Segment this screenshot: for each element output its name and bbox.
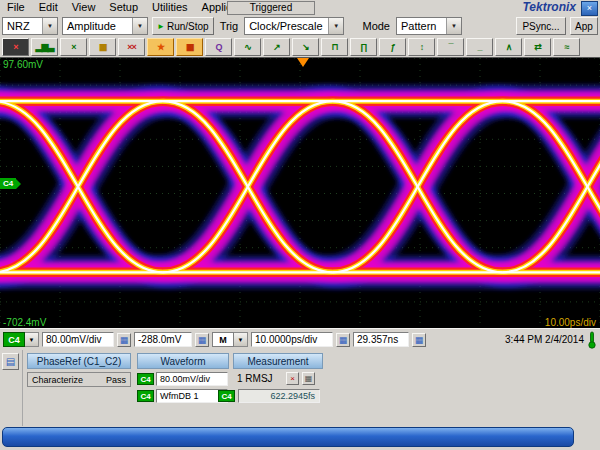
- app-label: App: [575, 21, 593, 32]
- sine-wave-icon[interactable]: ∿: [234, 38, 261, 56]
- waveform-row[interactable]: C480.00mV/div: [137, 372, 228, 386]
- menu-bar: FileEditViewSetupUtilitiesApplicationsHe…: [0, 0, 600, 15]
- high-level-icon[interactable]: ¯: [437, 38, 464, 56]
- trigger-source-select[interactable]: Clock/Prescale ▼: [244, 17, 344, 35]
- measurement-name: 1 RMSJ: [237, 373, 283, 384]
- chevron-down-icon: ▼: [42, 18, 57, 34]
- menu-utilities[interactable]: Utilities: [145, 1, 194, 13]
- amplitude-icon[interactable]: ↕: [408, 38, 435, 56]
- color-grade-icon[interactable]: ▦: [176, 38, 203, 56]
- waveform-row-value[interactable]: 80.00mV/div: [156, 372, 228, 386]
- low-level-icon[interactable]: _: [466, 38, 493, 56]
- menu-file[interactable]: File: [0, 1, 32, 13]
- trigger-status: Triggered: [227, 1, 315, 15]
- color-grade-icon: ▦: [186, 43, 194, 52]
- waveform-database-icon[interactable]: ▦: [89, 38, 116, 56]
- channel-reference-marker[interactable]: C4: [0, 178, 21, 189]
- vertical-scale-field[interactable]: 80.00mV/div: [42, 332, 114, 347]
- eye-mask-icon: ×: [13, 43, 17, 52]
- menu-setup[interactable]: Setup: [102, 1, 145, 13]
- sine-wave-icon: ∿: [244, 43, 251, 52]
- amplitude-icon: ↕: [420, 43, 424, 52]
- eye-diagram: [0, 58, 600, 329]
- eye-mask-icon[interactable]: ×: [2, 38, 29, 56]
- measurement-header[interactable]: Measurement: [233, 353, 323, 369]
- datetime-readout: 3:44 PM 2/4/2014: [505, 334, 584, 345]
- pulse-width-icon[interactable]: ⊓: [321, 38, 348, 56]
- delete-measurement-icon[interactable]: ×: [286, 372, 299, 385]
- chevron-down-icon: ▼: [25, 332, 39, 347]
- app-button[interactable]: App: [570, 17, 598, 35]
- oscilloscope-app: FileEditViewSetupUtilitiesApplicationsHe…: [0, 0, 600, 450]
- pulse-width-icon: ⊓: [331, 43, 337, 52]
- vertical-offset-field[interactable]: -288.0mV: [134, 332, 192, 347]
- rise-time-icon[interactable]: ↗: [263, 38, 290, 56]
- fall-time-icon[interactable]: ↘: [292, 38, 319, 56]
- chevron-down-icon: ▼: [132, 18, 147, 34]
- period-icon: ∏: [360, 43, 366, 52]
- autoset-icon[interactable]: ★: [147, 38, 174, 56]
- run-icon: ►: [157, 22, 165, 31]
- overshoot-icon[interactable]: ∧: [495, 38, 522, 56]
- phaseref-header-button[interactable]: PhaseRef (C1_C2): [27, 353, 131, 369]
- q-factor-icon: Q: [215, 43, 221, 52]
- fall-time-icon: ↘: [302, 43, 309, 52]
- jitter-icon[interactable]: ⇄: [524, 38, 551, 56]
- menu-view[interactable]: View: [65, 1, 103, 13]
- characterize-label: Characterize: [32, 375, 83, 385]
- measurement-icon-toolbar: ×▂▆▃×▦××★▦Q∿↗↘⊓∏ƒ↕¯_∧⇄≈: [0, 37, 600, 57]
- waveform-header[interactable]: Waveform: [137, 353, 229, 369]
- measurement-value: 622.2945fs: [238, 389, 320, 403]
- top-scale-readout: 97.60mV: [3, 59, 43, 70]
- trigger-source-value: Clock/Prescale: [245, 20, 328, 32]
- trigger-position-marker[interactable]: [297, 58, 309, 67]
- measurement-setup-icon[interactable]: ▦: [302, 372, 315, 385]
- keypad-icon[interactable]: ▦: [336, 333, 350, 347]
- channel-badge: C4: [137, 373, 154, 385]
- minimized-control-bar[interactable]: [2, 427, 574, 447]
- chevron-down-icon: ▼: [328, 18, 343, 34]
- autoset-icon: ★: [157, 43, 164, 52]
- measure-category-select[interactable]: Amplitude ▼: [62, 17, 148, 35]
- bottom-scale-readout: -702.4mV: [3, 317, 46, 328]
- menu-edit[interactable]: Edit: [32, 1, 65, 13]
- bottom-panel: ▤ PhaseRef (C1_C2) Characterize Pass Wav…: [0, 350, 600, 450]
- waveform-histogram-icon[interactable]: ▂▆▃: [31, 38, 58, 56]
- jitter-icon: ⇄: [534, 43, 541, 52]
- timebase-select[interactable]: M ▼: [212, 332, 248, 347]
- frequency-icon[interactable]: ƒ: [379, 38, 406, 56]
- keypad-icon[interactable]: ▦: [412, 333, 426, 347]
- signal-format-select[interactable]: NRZ ▼: [2, 17, 58, 35]
- channel-value: C4: [3, 332, 25, 347]
- waveform-display[interactable]: 97.60mV -702.4mV 10.00ps/div C4: [0, 57, 600, 329]
- signal-format-value: NRZ: [3, 20, 42, 32]
- close-icon[interactable]: ×: [581, 1, 598, 16]
- channel-select[interactable]: C4 ▼: [3, 332, 39, 347]
- channel-badge: C4: [137, 390, 154, 402]
- panel-toggle-icon[interactable]: ▤: [2, 353, 19, 370]
- keypad-icon[interactable]: ▦: [195, 333, 209, 347]
- overshoot-icon: ∧: [506, 43, 512, 52]
- psync-button[interactable]: PSync...: [516, 17, 566, 35]
- waveform-database-icon: ▦: [99, 43, 107, 52]
- q-factor-icon[interactable]: Q: [205, 38, 232, 56]
- rise-time-icon: ↗: [273, 43, 280, 52]
- channel-tag: C4: [0, 178, 16, 189]
- noise-icon[interactable]: ≈: [553, 38, 580, 56]
- high-level-icon: ¯: [449, 43, 453, 52]
- run-stop-button[interactable]: ► Run/Stop: [152, 17, 214, 35]
- horizontal-position-field[interactable]: 29.357ns: [353, 332, 409, 347]
- waveform-row[interactable]: C4WfmDB 1: [137, 389, 228, 403]
- chevron-down-icon: ▼: [234, 332, 248, 347]
- channel-badge: C4: [218, 390, 235, 402]
- period-icon[interactable]: ∏: [350, 38, 377, 56]
- mask-margin-icon: ××: [127, 43, 136, 52]
- tektronix-logo: Tektronix: [522, 0, 576, 15]
- mask-margin-icon[interactable]: ××: [118, 38, 145, 56]
- horizontal-scale-field[interactable]: 10.0000ps/div: [251, 332, 333, 347]
- characterize-status[interactable]: Characterize Pass: [27, 372, 131, 387]
- keypad-icon[interactable]: ▦: [117, 333, 131, 347]
- trig-label: Trig: [218, 20, 241, 32]
- trigger-mode-select[interactable]: Pattern ▼: [396, 17, 462, 35]
- eye-diagram-icon[interactable]: ×: [60, 38, 87, 56]
